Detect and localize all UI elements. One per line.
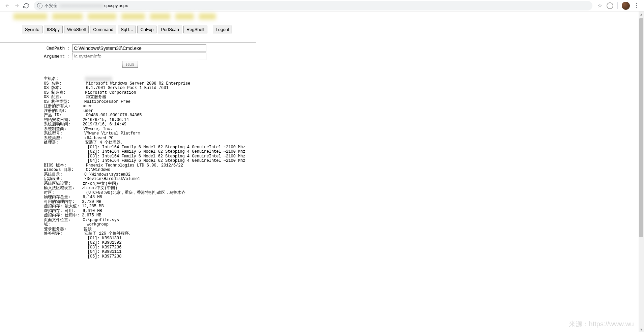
tab-webshell[interactable]: WebShell: [64, 26, 89, 33]
bookmark-item[interactable]: [52, 13, 83, 20]
logout-button[interactable]: Logout: [213, 26, 232, 33]
browser-menu-icon[interactable]: [632, 3, 641, 8]
url-redacted: xxxxxxxxxxxxxxxxxxxx: [60, 3, 104, 8]
address-bar[interactable]: i 不安全 xxxxxxxxxxxxxxxxxxxx spxspy.aspx: [34, 1, 592, 10]
tab-regshell[interactable]: RegShell: [183, 26, 207, 33]
tab-button-6[interactable]: CuExp: [137, 26, 156, 33]
info-icon: i: [37, 3, 42, 8]
argument-label: Argument :: [0, 54, 72, 59]
page-content: Sysinfo IISSpy WebShell Command SqlT... …: [0, 22, 644, 259]
command-form: CmdPath : Argument : Run: [0, 42, 644, 68]
tab-iisspy[interactable]: IISSpy: [44, 26, 63, 33]
toolbar-divider: [617, 2, 618, 9]
forward-button[interactable]: [12, 1, 22, 10]
command-output: 主机名: OS 名称: Microsoft Windows Server 200…: [0, 70, 644, 259]
tab-button-row: Sysinfo IISSpy WebShell Command SqlT... …: [0, 26, 644, 33]
bookmark-item[interactable]: [121, 13, 145, 20]
url-suffix: spxspy.aspx: [104, 3, 128, 8]
back-button[interactable]: [3, 1, 12, 10]
reload-button[interactable]: [22, 1, 31, 10]
argument-input[interactable]: [72, 53, 206, 60]
bookmark-item[interactable]: [175, 13, 194, 20]
tab-command[interactable]: Command: [90, 26, 116, 33]
bookmark-star-icon[interactable]: ☆: [595, 2, 605, 9]
scroll-thumb[interactable]: [639, 18, 643, 237]
profile-avatar[interactable]: [622, 2, 630, 10]
bookmark-item[interactable]: [199, 13, 216, 20]
browser-toolbar: i 不安全 xxxxxxxxxxxxxxxxxxxx spxspy.aspx ☆: [0, 0, 644, 11]
cmdpath-input[interactable]: [72, 44, 206, 52]
bookmark-bar: [0, 11, 644, 22]
bookmark-item[interactable]: [150, 13, 170, 20]
not-secure-label: 不安全: [45, 3, 58, 9]
extension-icon[interactable]: [607, 2, 613, 9]
scroll-up-arrow[interactable]: ▲: [639, 11, 644, 17]
cmdpath-label: CmdPath :: [0, 46, 72, 51]
bookmark-item[interactable]: [13, 13, 47, 20]
bookmark-item[interactable]: [88, 13, 116, 20]
tab-portscan[interactable]: PortScan: [158, 26, 182, 33]
vertical-scrollbar[interactable]: ▲ ▼: [639, 11, 644, 259]
run-button[interactable]: Run: [122, 61, 138, 68]
tab-button-5[interactable]: SqlT...: [118, 26, 136, 33]
tab-sysinfo[interactable]: Sysinfo: [22, 26, 42, 33]
